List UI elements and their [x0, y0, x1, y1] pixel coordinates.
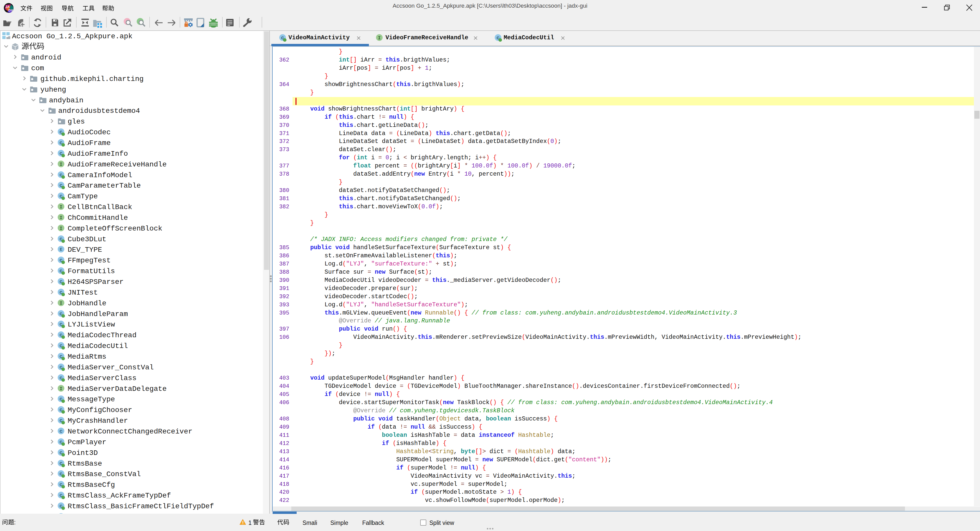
svg-text:I: I	[60, 386, 62, 391]
svg-text:I: I	[60, 301, 62, 306]
svg-text:E: E	[60, 247, 62, 252]
svg-text:I: I	[60, 226, 62, 231]
svg-text:I: I	[378, 35, 381, 41]
svg-text:c: c	[59, 428, 63, 434]
svg-text:I: I	[60, 215, 62, 220]
svg-text:I: I	[60, 162, 62, 167]
svg-text:I: I	[60, 205, 62, 210]
